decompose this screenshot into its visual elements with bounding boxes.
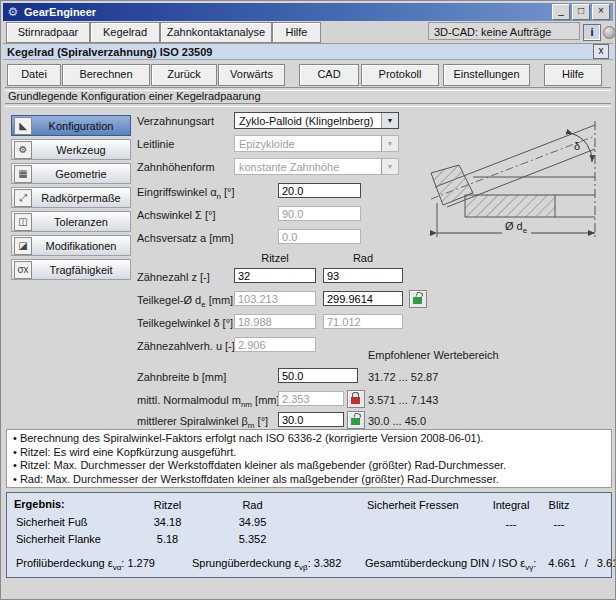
sidebar-item-label: Modifikationen [32, 240, 130, 252]
zaehnezahlverh-input [234, 337, 316, 352]
results-col-integral: Integral [489, 499, 533, 511]
result-value: 5.352 [225, 533, 280, 545]
chevron-down-icon: ▼ [381, 159, 398, 174]
sidebar-item-werkzeug[interactable]: ⚙ Werkzeug [11, 139, 131, 160]
window-title: GearEngineer [24, 6, 550, 18]
normalmodul-lock-button[interactable] [347, 390, 365, 408]
spiralwinkel-input[interactable] [278, 412, 344, 427]
note-line: • Ritzel: Es wird eine Kopfkürzung ausge… [13, 446, 605, 460]
eingriffswinkel-label: Eingriffswinkel αn [°] [137, 186, 235, 201]
result-value: --- [537, 518, 581, 530]
teilkegelwinkel-ritzel-input [234, 314, 316, 329]
result-value: 34.18 [140, 516, 195, 528]
result-row-label: Sicherheit Fuß [16, 516, 88, 528]
sidebar-item-modifikationen[interactable]: ◪ Modifikationen [11, 235, 131, 256]
konfiguration-icon: ◣ [14, 117, 32, 135]
sidebar-item-label: Radkörpermaße [32, 192, 130, 204]
gesamtueberdeckung: Gesamtüberdeckung DIN / ISO εvγ:4.661/3.… [365, 557, 616, 572]
toleranzen-icon: ◫ [14, 213, 32, 231]
toolbar-cad-button[interactable]: CAD [299, 64, 359, 86]
close-icon[interactable]: × [592, 4, 610, 20]
leitlinie-label: Leitlinie [137, 138, 174, 150]
spiralwinkel-lock-button[interactable] [347, 411, 365, 429]
sidebar-item-radkoerpermasse[interactable]: ⤢ Radkörpermaße [11, 187, 131, 208]
menu-kegelrad[interactable]: Kegelrad [90, 22, 160, 43]
results-col-blitz: Blitz [537, 499, 581, 511]
eingriffswinkel-input[interactable] [278, 183, 361, 198]
column-header-ritzel: Ritzel [234, 252, 316, 264]
toolbar-datei-button[interactable]: Datei [7, 64, 61, 86]
zaehnezahl-rad-input[interactable] [323, 268, 403, 283]
toolbar-vorwaerts-button[interactable]: Vorwärts [218, 64, 285, 86]
modifikationen-icon: ◪ [14, 237, 32, 255]
section-title: Grundlegende Konfiguration einer Kegelra… [8, 90, 261, 102]
teilkegel-label: Teilkegel-Ø de [mm] [137, 294, 233, 309]
sidebar-item-label: Geometrie [32, 168, 130, 180]
results-col-ritzel: Ritzel [140, 499, 195, 511]
sidebar-item-label: Toleranzen [32, 216, 130, 228]
toolbar-einstellungen-button[interactable]: Einstellungen [443, 64, 530, 86]
teilkegelwinkel-rad-input [323, 314, 403, 329]
menu-stirnradpaar[interactable]: Stirnradpaar [6, 22, 90, 43]
gearengineer-window: ⚙ GearEngineer _ □ × Stirnradpaar Kegelr… [0, 0, 616, 600]
results-col-rad: Rad [225, 499, 280, 511]
zaehnezahl-ritzel-input[interactable] [234, 268, 316, 283]
sidebar-item-label: Tragfähigkeit [32, 264, 130, 276]
verzahnungsart-dropdown[interactable]: Zyklo-Palloid (Klingelnberg) ▼ [234, 112, 399, 129]
teilkegelwinkel-label: Teilkegelwinkel δ [°] [137, 317, 233, 329]
bevel-gear-diagram: δ Ø de [427, 107, 613, 243]
spiralwinkel-range: 30.0 ... 45.0 [368, 415, 426, 427]
teilkegel-lock-button[interactable] [409, 290, 427, 308]
document-close-icon[interactable]: x [593, 44, 609, 59]
geometrie-icon: ▦ [14, 165, 32, 183]
maximize-icon[interactable]: □ [572, 4, 590, 20]
verzahnungsart-value: Zyklo-Palloid (Klingelnberg) [235, 115, 381, 127]
chevron-down-icon[interactable]: ▼ [381, 113, 398, 128]
zahnhoehenform-label: Zahnhöhenform [137, 161, 215, 173]
zaehnezahl-label: Zähnezahl z [-] [137, 271, 210, 283]
zahnbreite-range: 31.72 ... 52.87 [368, 371, 438, 383]
open-lock-green-icon [351, 418, 360, 425]
zahnhoehenform-dropdown: konstante Zahnhöhe ▼ [234, 158, 399, 175]
menu-hilfe[interactable]: Hilfe [272, 22, 321, 43]
result-row-label: Sicherheit Flanke [16, 533, 101, 545]
minimize-icon[interactable]: _ [552, 4, 570, 20]
sidebar-item-tragfaehigkeit[interactable]: σx Tragfähigkeit [11, 259, 131, 280]
profilueberdeckung: Profilüberdeckung εvα: 1.279 [16, 557, 155, 572]
leitlinie-value: Epizykloide [235, 138, 381, 150]
toolbar-berechnen-button[interactable]: Berechnen [62, 64, 150, 86]
results-panel: Ergebnis: Ritzel Rad Sicherheit Fressen … [6, 492, 612, 578]
sidebar-item-label: Konfiguration [32, 120, 130, 132]
teilkegel-ritzel-input [234, 291, 316, 306]
normalmodul-range: 3.571 ... 7.143 [368, 394, 438, 406]
result-value: 5.18 [140, 533, 195, 545]
info-button[interactable]: i [583, 24, 601, 41]
delta-angle-label: δ [574, 140, 580, 152]
zahnbreite-input[interactable] [278, 368, 358, 383]
chevron-down-icon: ▼ [381, 136, 398, 151]
note-line: • Berechnung des Spiralwinkel-Faktors er… [13, 432, 605, 446]
toolbar-zurueck-button[interactable]: Zurück [151, 64, 217, 86]
column-header-rad: Rad [323, 252, 403, 264]
menu-bar: Stirnradpaar Kegelrad Zahnkontaktanalyse… [3, 21, 613, 44]
achsversatz-label: Achsversatz a [mm] [137, 232, 234, 244]
sidebar-item-konfiguration[interactable]: ◣ Konfiguration [11, 115, 131, 136]
toolbar: Datei Berechnen Zurück Vorwärts CAD Prot… [3, 62, 613, 86]
teilkegel-rad-input[interactable] [323, 291, 403, 306]
tragfaehigkeit-icon: σx [14, 261, 32, 279]
closed-lock-red-icon [351, 397, 360, 404]
sidebar-item-geometrie[interactable]: ▦ Geometrie [11, 163, 131, 184]
leitlinie-dropdown: Epizykloide ▼ [234, 135, 399, 152]
results-title: Ergebnis: [14, 498, 65, 510]
title-bar[interactable]: ⚙ GearEngineer _ □ × [3, 3, 613, 21]
verzahnungsart-label: Verzahnungsart [137, 115, 214, 127]
achswinkel-label: Achswinkel Σ [°] [137, 209, 215, 221]
menu-zahnkontaktanalyse[interactable]: Zahnkontaktanalyse [160, 22, 272, 43]
normalmodul-input [278, 391, 344, 406]
sidebar-item-toleranzen[interactable]: ◫ Toleranzen [11, 211, 131, 232]
sidebar-item-label: Werkzeug [32, 144, 130, 156]
toolbar-hilfe-button[interactable]: Hilfe [544, 64, 602, 86]
recommend-header: Empfohlener Wertebereich [368, 349, 499, 361]
radkoerpermasse-icon: ⤢ [14, 189, 32, 207]
toolbar-protokoll-button[interactable]: Protokoll [361, 64, 439, 86]
